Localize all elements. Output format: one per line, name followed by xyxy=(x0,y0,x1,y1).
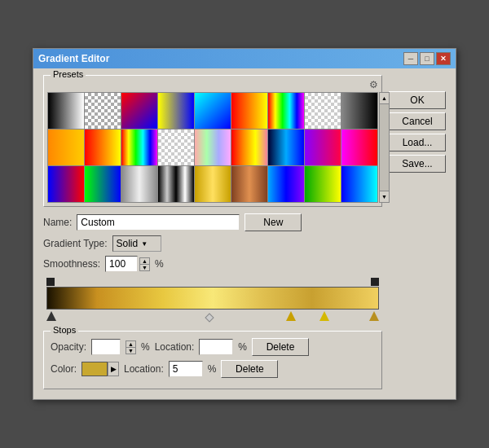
scroll-track xyxy=(380,104,389,191)
preset-swatch[interactable] xyxy=(158,166,194,202)
name-label: Name: xyxy=(43,217,72,228)
preset-swatch[interactable] xyxy=(195,93,231,129)
cancel-button[interactable]: Cancel xyxy=(389,112,446,130)
preset-swatch[interactable] xyxy=(121,93,157,129)
preset-swatch[interactable] xyxy=(121,166,157,202)
smoothness-unit: % xyxy=(155,258,164,270)
presets-label: Presets xyxy=(51,69,86,79)
opacity-down-icon[interactable]: ▼ xyxy=(126,348,135,354)
color-location-label: Location: xyxy=(124,363,164,375)
presets-group: Presets ⚙ xyxy=(43,75,382,207)
color-location-input[interactable] xyxy=(169,361,203,377)
window-title: Gradient Editor xyxy=(38,53,109,64)
window-content: Presets ⚙ xyxy=(33,68,456,399)
title-bar: Gradient Editor ─ □ ✕ xyxy=(33,49,456,68)
opacity-stop-right[interactable] xyxy=(371,278,379,286)
presets-scrollbar: ▲ ▼ xyxy=(379,92,390,203)
color-stop-gold-1[interactable] xyxy=(286,311,296,321)
preset-swatch[interactable] xyxy=(121,130,157,165)
preset-swatch[interactable] xyxy=(341,130,377,165)
opacity-label: Opacity: xyxy=(51,341,86,353)
left-panel: Presets ⚙ xyxy=(43,75,382,389)
presets-header: ⚙ xyxy=(47,79,378,90)
opacity-location-input[interactable] xyxy=(199,339,233,355)
preset-swatch[interactable] xyxy=(195,166,231,202)
opacity-percent: % xyxy=(141,341,150,353)
new-button[interactable]: New xyxy=(244,213,302,231)
smoothness-down-icon[interactable]: ▼ xyxy=(140,265,149,270)
color-stops-row xyxy=(46,311,379,324)
color-stop-gold-2[interactable] xyxy=(319,311,329,321)
preset-swatch[interactable] xyxy=(231,166,267,202)
preset-swatch[interactable] xyxy=(305,93,341,129)
name-input[interactable] xyxy=(77,214,240,231)
smoothness-row: Smoothness: ▲ ▼ % xyxy=(43,256,382,272)
opacity-stop-left[interactable] xyxy=(46,278,55,286)
color-label: Color: xyxy=(51,363,77,375)
preset-swatch[interactable] xyxy=(158,130,194,165)
load-button[interactable]: Load... xyxy=(389,134,446,152)
preset-swatch[interactable] xyxy=(305,166,341,202)
color-swatch-arrow-icon[interactable]: ▶ xyxy=(108,362,119,376)
delete-opacity-button[interactable]: Delete xyxy=(252,338,309,356)
presets-gear-icon[interactable]: ⚙ xyxy=(369,79,378,90)
opacity-location-label: Location: xyxy=(155,341,195,353)
gradient-type-row: Gradient Type: Solid ▼ xyxy=(43,235,382,252)
gradient-type-value: Solid xyxy=(117,238,139,249)
opacity-stops-controls: Opacity: ▲ ▼ % Location: % Delete xyxy=(51,338,375,356)
smoothness-up-icon[interactable]: ▲ xyxy=(140,258,149,265)
preset-swatch[interactable] xyxy=(268,130,304,165)
color-swatch[interactable] xyxy=(82,362,108,376)
preset-swatch[interactable] xyxy=(48,93,84,129)
gradient-bar[interactable] xyxy=(46,287,379,310)
opacity-up-icon[interactable]: ▲ xyxy=(126,341,135,348)
ok-button[interactable]: OK xyxy=(389,91,446,109)
close-button[interactable]: ✕ xyxy=(436,52,451,65)
preset-swatch[interactable] xyxy=(231,93,267,129)
smoothness-control: ▲ ▼ xyxy=(105,256,150,272)
gradient-bar-container xyxy=(43,276,382,324)
maximize-button[interactable]: □ xyxy=(420,52,434,65)
gradient-type-select[interactable]: Solid ▼ xyxy=(112,235,161,252)
smoothness-label: Smoothness: xyxy=(43,258,100,270)
color-stop-gold-3[interactable] xyxy=(369,311,379,321)
scroll-down-button[interactable]: ▼ xyxy=(380,191,389,202)
delete-color-button[interactable]: Delete xyxy=(221,360,278,378)
right-panel: OK Cancel Load... Save... xyxy=(389,75,446,389)
preset-swatch[interactable] xyxy=(268,166,304,202)
scroll-up-button[interactable]: ▲ xyxy=(380,93,389,104)
save-button[interactable]: Save... xyxy=(389,155,446,173)
gradient-editor-window: Gradient Editor ─ □ ✕ Presets ⚙ xyxy=(33,48,456,400)
preset-swatch[interactable] xyxy=(158,93,194,129)
stops-group: Stops Opacity: ▲ ▼ % Location: % Delete xyxy=(43,331,382,389)
gradient-type-arrow-icon: ▼ xyxy=(141,240,148,248)
preset-swatch[interactable] xyxy=(341,166,377,202)
color-stop-black[interactable] xyxy=(46,311,56,321)
color-midpoint-diamond[interactable] xyxy=(205,313,214,322)
name-row: Name: New xyxy=(43,213,382,231)
preset-swatch[interactable] xyxy=(48,166,84,202)
preset-swatch[interactable] xyxy=(48,130,84,165)
preset-swatch[interactable] xyxy=(305,130,341,165)
opacity-spinner[interactable]: ▲ ▼ xyxy=(126,340,136,354)
smoothness-spinner[interactable]: ▲ ▼ xyxy=(139,257,150,271)
opacity-stops-row xyxy=(46,276,379,286)
preset-swatch[interactable] xyxy=(268,93,304,129)
smoothness-input[interactable] xyxy=(105,256,138,272)
preset-swatch[interactable] xyxy=(85,166,121,202)
preset-swatch[interactable] xyxy=(195,130,231,165)
gradient-type-label: Gradient Type: xyxy=(43,238,108,249)
preset-swatch[interactable] xyxy=(85,130,121,165)
minimize-button[interactable]: ─ xyxy=(403,52,418,65)
opacity-location-percent: % xyxy=(238,341,247,353)
color-swatch-group: ▶ xyxy=(82,362,119,376)
title-bar-buttons: ─ □ ✕ xyxy=(403,52,451,65)
preset-swatch[interactable] xyxy=(85,93,121,129)
color-location-percent: % xyxy=(208,363,217,375)
opacity-input[interactable] xyxy=(91,339,121,355)
stops-group-label: Stops xyxy=(51,325,78,335)
preset-swatch[interactable] xyxy=(231,130,267,165)
presets-grid xyxy=(47,92,378,203)
color-stops-controls: Color: ▶ Location: % Delete xyxy=(51,360,375,378)
preset-swatch[interactable] xyxy=(341,93,377,129)
